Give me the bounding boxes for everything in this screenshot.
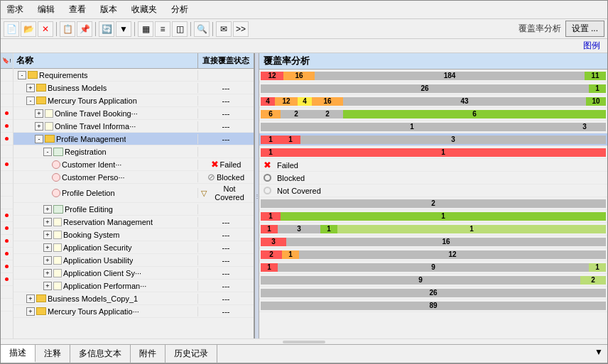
- legend-notcovered: Not Covered: [264, 187, 321, 195]
- tree-name-performan: + Application Performan···: [13, 281, 198, 291]
- new-button[interactable]: 📄: [4, 21, 19, 37]
- refresh-button[interactable]: 🔄: [99, 21, 114, 37]
- tab-attachments[interactable]: 附件: [131, 345, 165, 363]
- tree-row-customer-perso[interactable]: Customer Perso··· ⊘ Blocked: [13, 171, 254, 184]
- text-customer-ident: Customer Ident···: [62, 160, 121, 169]
- menu-requirements[interactable]: 需求: [4, 2, 26, 17]
- text-bm: Business Models: [48, 84, 107, 92]
- tree-row-business-models[interactable]: + Business Models ---: [13, 82, 254, 94]
- status-profile-mgmt: ---: [198, 134, 254, 144]
- open-button[interactable]: 📂: [21, 21, 36, 37]
- expand-bm-copy[interactable]: +: [26, 294, 35, 303]
- zoom-button[interactable]: 🔍: [194, 21, 210, 37]
- tree-name-usability: + Application Usability: [13, 255, 198, 265]
- red-dot-4: [5, 111, 9, 115]
- tree-row-profile-deletion[interactable]: Profile Deletion ▽ Not Covered: [13, 184, 254, 203]
- cov-row-security: 3 16: [259, 236, 607, 248]
- toolbar: 📄 📂 ✕ 📋 📌 🔄 ▼ ▦ ≡ ◫ 🔍 ✉ >> 覆盖率分析 设置 ...: [1, 19, 607, 39]
- tree-row-performan[interactable]: + Application Performan··· ---: [13, 280, 254, 292]
- expand-security[interactable]: +: [43, 243, 52, 252]
- tree-name-requirements: - Requirements: [13, 70, 198, 80]
- bar-seg-usa-g: 12: [299, 250, 606, 259]
- expand-requirements[interactable]: -: [18, 71, 26, 79]
- cov-row-reservation: 1 1: [259, 210, 607, 223]
- paste-button[interactable]: 📌: [77, 21, 92, 37]
- bar-informa: 1 3: [261, 122, 606, 132]
- expand-profile-editing[interactable]: +: [43, 205, 52, 214]
- tree-row-reservation[interactable]: + Reservation Management ---: [13, 216, 254, 228]
- bar-seg-req-g: 184: [315, 72, 585, 80]
- tree-row-booking-sys[interactable]: + Booking System ---: [13, 228, 254, 241]
- tree-row-registration[interactable]: - Registration: [13, 145, 254, 158]
- cov-row-client-sy: 1 9 1: [259, 261, 607, 274]
- tree-row-profile-editing[interactable]: + Profile Editing: [13, 203, 254, 216]
- tree-row-requirements[interactable]: - Requirements: [13, 69, 254, 82]
- tree-row-client-sy[interactable]: + Application Client Sy··· ---: [13, 267, 254, 280]
- expand-mercury[interactable]: -: [26, 96, 35, 105]
- expand-performan[interactable]: +: [43, 282, 52, 290]
- delete-button[interactable]: ✕: [38, 21, 53, 37]
- tree-row-customer-ident[interactable]: Customer Ident··· ✖ Failed: [13, 158, 254, 171]
- copy-button[interactable]: 📋: [60, 21, 75, 37]
- tree-row-booking[interactable]: + Online Travel Booking··· ---: [13, 107, 254, 120]
- settings-button[interactable]: 设置 ...: [565, 21, 604, 37]
- menu-favorites[interactable]: 收藏夹: [129, 2, 160, 17]
- tree-row-informa[interactable]: + Online Travel Informa··· ---: [13, 120, 254, 133]
- expand-profile-mgmt[interactable]: -: [35, 135, 43, 143]
- horizontal-scrollbar[interactable]: [283, 341, 325, 343]
- cov-row-requirements: 12 16 184 11: [259, 70, 607, 82]
- bar-seg-mc-g: 89: [261, 302, 606, 310]
- sep3: [134, 22, 135, 36]
- tab-history[interactable]: 历史记录: [165, 345, 217, 363]
- expand-business-models[interactable]: +: [26, 84, 35, 92]
- expand-usability[interactable]: +: [43, 256, 52, 265]
- sep2: [95, 22, 96, 36]
- expand-booking[interactable]: +: [35, 109, 43, 118]
- filter-button[interactable]: ▼: [116, 21, 131, 37]
- detail-button[interactable]: ◫: [172, 21, 188, 37]
- bar-seg-pm-g: 3: [300, 136, 606, 144]
- legend-notcovered-icon: [264, 187, 271, 194]
- expand-reservation[interactable]: +: [43, 218, 52, 226]
- tree-name-bm-copy: + Business Models_Copy_1: [13, 294, 198, 304]
- tab-scroll-right[interactable]: ▼: [590, 345, 607, 363]
- legend-blocked-icon: [264, 174, 271, 182]
- tab-richtext[interactable]: 多信息文本: [70, 345, 131, 363]
- more-button[interactable]: >>: [233, 21, 249, 37]
- menu-analysis[interactable]: 分析: [168, 2, 191, 17]
- expand-informa[interactable]: +: [35, 122, 43, 131]
- tree-row-bm-copy[interactable]: + Business Models_Copy_1 ---: [13, 292, 254, 305]
- text-registration: Registration: [65, 148, 107, 156]
- tab-describe[interactable]: 描述: [1, 345, 36, 363]
- tree-row-mercury-copy[interactable]: + Mercury Tours Applicatio··· ---: [13, 305, 254, 318]
- marker-row-6: [1, 133, 13, 145]
- tree-row-profile-mgmt[interactable]: - Profile Management ---: [13, 133, 254, 145]
- expand-booking-sys[interactable]: +: [43, 231, 52, 239]
- bar-reservation: 1 1: [261, 211, 606, 221]
- expand-registration[interactable]: -: [43, 148, 52, 156]
- tab-notes[interactable]: 注释: [36, 345, 70, 363]
- bottom-tabs: 描述 注释 多信息文本 附件 历史记录 ▼: [1, 344, 607, 363]
- bar-seg-bs-gr: 1: [320, 225, 337, 233]
- cov-row-usability: 2 1 12: [259, 248, 607, 261]
- list-button[interactable]: ≡: [155, 21, 170, 37]
- doc-icon-booking: [45, 109, 53, 118]
- expand-client-sy[interactable]: +: [43, 269, 52, 277]
- text-security: Application Security: [63, 243, 132, 252]
- tree-name-profile-deletion: Profile Deletion: [13, 188, 198, 198]
- map-link[interactable]: 图例: [583, 40, 600, 52]
- tree-name-mercury-copy: + Mercury Tours Applicatio···: [13, 307, 198, 316]
- menu-view[interactable]: 查看: [66, 2, 89, 17]
- status-booking-sys: ---: [198, 230, 254, 240]
- grid-button[interactable]: ▦: [138, 21, 153, 37]
- status-customer-perso: ⊘ Blocked: [198, 171, 254, 183]
- tree-row-usability[interactable]: + Application Usability ---: [13, 254, 254, 267]
- scroll-bar-row[interactable]: [1, 338, 607, 344]
- mail-button[interactable]: ✉: [216, 21, 232, 37]
- expand-mercury-copy[interactable]: +: [26, 307, 35, 316]
- status-profile-deletion: ▽ Not Covered: [198, 184, 254, 202]
- menu-version[interactable]: 版本: [97, 2, 120, 17]
- tree-row-security[interactable]: + Application Security ---: [13, 241, 254, 254]
- menu-edit[interactable]: 编辑: [35, 2, 58, 17]
- tree-row-mercury[interactable]: - Mercury Tours Application ---: [13, 94, 254, 107]
